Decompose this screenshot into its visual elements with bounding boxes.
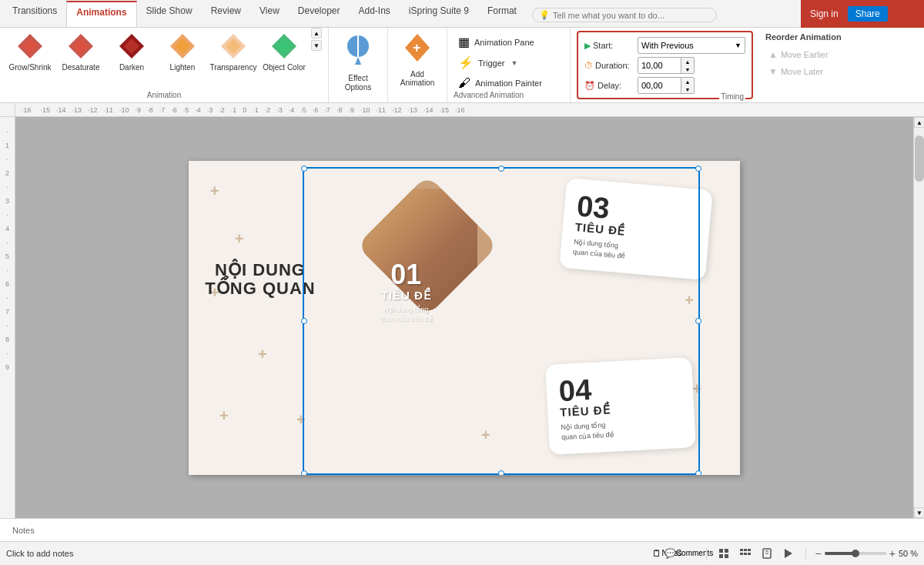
card-01-title: TIÊU ĐỀ xyxy=(380,289,433,303)
search-input[interactable] xyxy=(553,11,676,20)
anim-object-color[interactable]: Object Color xyxy=(260,28,308,73)
zoom-bar-fill xyxy=(825,552,855,555)
move-earlier-icon: ▲ xyxy=(768,49,778,60)
scrollbar-thumb[interactable] xyxy=(915,135,924,182)
anim-darken[interactable]: Darken xyxy=(108,28,156,73)
card-01-number: 01 xyxy=(380,261,433,289)
divider-1 xyxy=(706,547,707,560)
scrollbar-track xyxy=(914,128,924,507)
card-04-desc: Nội dung tổngquan của tiêu đề xyxy=(561,416,683,442)
user-area: Sign in Share xyxy=(801,0,924,28)
plus-decoration-10: + xyxy=(296,411,306,429)
zoom-in-button[interactable]: + xyxy=(889,547,896,560)
comments-view-button[interactable]: 💬 Comments xyxy=(681,546,697,561)
zoom-slider-bar[interactable] xyxy=(825,552,886,555)
svg-rect-17 xyxy=(719,549,723,553)
tab-review[interactable]: Review xyxy=(202,1,250,27)
card-01-desc: Nội dung tổngquan của tiêu đề xyxy=(380,305,433,324)
anim-lighten-label: Lighten xyxy=(170,63,196,72)
sign-in-button[interactable]: Sign in xyxy=(810,8,839,19)
zoom-percentage[interactable]: 50 % xyxy=(899,549,918,558)
svg-rect-19 xyxy=(719,554,723,558)
add-animation-button[interactable]: + AddAnimation xyxy=(394,28,440,90)
card-01-text: 01 TIÊU ĐỀ Nội dung tổngquan của tiêu đề xyxy=(380,261,433,324)
ribbon-body: Grow/Shrink Desaturate xyxy=(0,28,924,103)
delay-spin-down[interactable]: ▼ xyxy=(681,85,694,93)
anim-transparency[interactable]: Transparency xyxy=(209,28,257,73)
zoom-handle[interactable] xyxy=(852,550,859,557)
effect-options-icon xyxy=(341,31,375,74)
tab-ispring[interactable]: iSpring Suite 9 xyxy=(400,1,478,27)
timing-delay-label: ⏰ Delay: xyxy=(584,81,634,91)
svg-marker-30 xyxy=(785,549,792,558)
slideshow-button[interactable] xyxy=(781,546,796,561)
search-bar[interactable]: 💡 xyxy=(532,8,717,22)
share-button[interactable]: Share xyxy=(848,6,888,22)
slide[interactable]: 0 + + + + + + + + + + NỘI DUNG TỔNG QUAN xyxy=(189,161,740,475)
trigger-button[interactable]: ⚡ Trigger ▼ xyxy=(454,53,564,72)
tab-view[interactable]: View xyxy=(250,1,289,27)
timing-start-value: With Previous xyxy=(641,41,694,50)
start-dropdown-arrow: ▼ xyxy=(735,42,742,49)
zoom-out-button[interactable]: − xyxy=(815,547,822,560)
timing-duration-row: ⏱ Duration: ▲ ▼ xyxy=(584,57,745,74)
scrollbar-down-button[interactable]: ▼ xyxy=(914,507,924,518)
reorder-animation-group: Reorder Animation ▲ Move Earlier ▼ Move … xyxy=(759,28,852,102)
tab-slideshow[interactable]: Slide Show xyxy=(137,1,202,27)
timing-duration-input[interactable] xyxy=(638,58,681,73)
timing-delay-input[interactable] xyxy=(638,78,681,93)
delay-icon: ⏰ xyxy=(584,81,595,91)
grow-shrink-icon xyxy=(13,29,47,63)
plus-decoration-9: + xyxy=(481,426,490,444)
anim-desaturate[interactable]: Desaturate xyxy=(57,28,105,73)
slide-sorter-button[interactable] xyxy=(738,546,753,561)
anim-grow-shrink[interactable]: Grow/Shrink xyxy=(6,28,54,73)
reading-view-button[interactable] xyxy=(759,546,775,561)
tab-format[interactable]: Format xyxy=(478,1,526,27)
anim-scroll-expand[interactable]: ▼ xyxy=(311,40,322,51)
tabs-area: Transitions Animations Slide Show Review… xyxy=(0,0,801,28)
tab-addins[interactable]: Add-Ins xyxy=(350,1,400,27)
anim-object-color-label: Object Color xyxy=(263,63,306,72)
animation-pane-icon: ▦ xyxy=(458,35,470,49)
duration-spin-up[interactable]: ▲ xyxy=(681,58,694,65)
timing-delay-row: ⏰ Delay: ▲ ▼ xyxy=(584,77,745,94)
plus-decoration-7: + xyxy=(685,292,694,309)
normal-view-icon xyxy=(718,547,730,560)
effect-options-button[interactable]: EffectOptions xyxy=(335,28,381,109)
svg-rect-21 xyxy=(740,549,743,551)
main-area: · 1 · 2 · 3 · 4 · 5 · 6 · 7 · 8 · 9 0 + … xyxy=(0,117,924,518)
anim-scroll-up[interactable]: ▲ xyxy=(311,28,322,38)
plus-decoration-1: + xyxy=(210,182,219,200)
duration-spin-down[interactable]: ▼ xyxy=(681,65,694,73)
tab-transitions[interactable]: Transitions xyxy=(3,1,66,27)
card-03: 03 TIÊU ĐỀ Nội dung tổngquan của tiêu đề xyxy=(559,177,712,279)
scrollbar-up-button[interactable]: ▲ xyxy=(914,117,924,128)
zoom-controls: − + 50 % xyxy=(815,547,918,560)
start-icon: ▶ xyxy=(584,41,591,51)
normal-view-button[interactable] xyxy=(716,546,732,561)
reorder-items: Reorder Animation ▲ Move Earlier ▼ Move … xyxy=(765,28,845,94)
search-icon: 💡 xyxy=(539,10,550,20)
move-later-button[interactable]: ▼ Move Later xyxy=(765,65,845,79)
notes-bar[interactable]: Notes xyxy=(0,518,924,541)
status-bar: Click to add notes 🗒 Notes 💬 Comments − xyxy=(0,541,924,564)
transparency-icon xyxy=(216,29,250,63)
tab-animations[interactable]: Animations xyxy=(66,1,136,27)
animation-painter-button[interactable]: 🖌 Animation Painter xyxy=(454,74,564,92)
animation-pane-button[interactable]: ▦ Animation Pane xyxy=(454,32,564,52)
plus-decoration-5: + xyxy=(219,407,229,425)
add-animation-items: + AddAnimation xyxy=(394,28,440,104)
anim-lighten[interactable]: Lighten xyxy=(159,28,206,73)
timing-duration-input-group: ▲ ▼ xyxy=(638,57,695,74)
delay-spin-up[interactable]: ▲ xyxy=(681,78,694,85)
animation-pane-label: Animation Pane xyxy=(474,38,534,47)
timing-duration-label: ⏱ Duration: xyxy=(584,61,634,70)
svg-rect-18 xyxy=(725,549,728,553)
tab-developer[interactable]: Developer xyxy=(289,1,350,27)
comments-icon: 💬 xyxy=(665,548,676,559)
trigger-icon: ⚡ xyxy=(458,55,474,70)
timing-start-select[interactable]: With Previous ▼ xyxy=(638,37,745,54)
slide-canvas-area: 0 + + + + + + + + + + NỘI DUNG TỔNG QUAN xyxy=(15,117,913,518)
move-earlier-button[interactable]: ▲ Move Earlier xyxy=(765,48,845,62)
